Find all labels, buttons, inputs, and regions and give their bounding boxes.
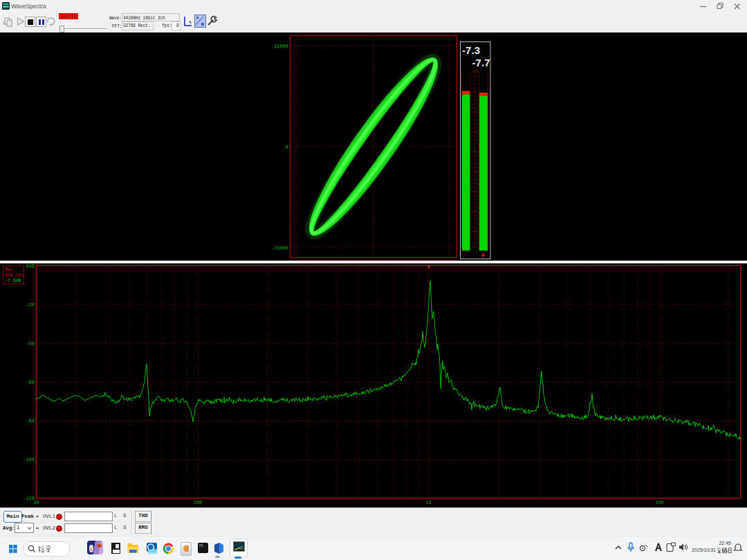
svg-text:-7.3: -7.3 [462,44,480,56]
svg-text:-60: -60 [26,380,35,385]
svg-text:40: 40 [473,230,477,234]
svg-text:15: 15 [473,131,477,134]
svg-text:30: 30 [473,190,477,194]
svg-text:-80: -80 [26,418,35,424]
svg-text:20: 20 [473,151,477,154]
svg-text:Max: Max [5,268,13,272]
svg-text:-20: -20 [26,302,35,308]
svg-text:-7.9dB: -7.9dB [5,279,21,283]
svg-text:-7.7: -7.7 [472,57,490,68]
svg-text:25: 25 [473,170,477,174]
svg-text:10k: 10k [656,500,665,505]
svg-text:100: 100 [194,500,203,505]
svg-text:20: 20 [33,500,39,505]
svg-text:5: 5 [474,91,476,94]
svg-text:35: 35 [473,210,477,214]
svg-text:-40: -40 [26,341,35,346]
svg-text:0: 0 [286,144,288,150]
svg-text:1k: 1k [426,500,432,505]
svg-text:15000: 15000 [274,44,288,49]
svg-text:10: 10 [473,111,477,114]
svg-text:-15000: -15000 [271,245,288,251]
svg-text:-100: -100 [23,457,35,463]
svg-text:0dB: 0dB [26,263,35,269]
svg-text:999.1Hz: 999.1Hz [5,273,24,278]
